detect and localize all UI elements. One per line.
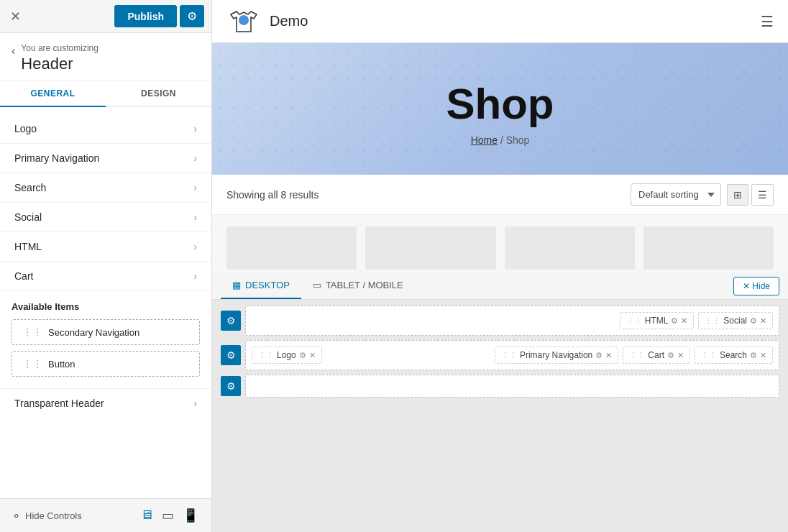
menu-item-search[interactable]: Search › (0, 173, 211, 203)
drag-handle-icon: ⋮⋮ (629, 351, 645, 360)
customizing-info: You are customizing Header (21, 43, 98, 73)
draggable-button[interactable]: ⋮⋮ Button (12, 351, 200, 377)
primary-nav-section: ⋮⋮ Primary Navigation ⚙ ✕ (495, 347, 618, 364)
tab-desktop[interactable]: ▦ DESKTOP (221, 272, 301, 299)
search-remove-icon[interactable]: ✕ (760, 351, 766, 360)
back-arrow-icon[interactable]: ‹ (12, 45, 15, 58)
chevron-icon: › (193, 211, 197, 223)
social-section: ⋮⋮ Social ⚙ ✕ (698, 312, 773, 329)
breadcrumb: Home / Shop (226, 134, 774, 146)
chevron-icon: › (193, 123, 197, 134)
hide-controls-button[interactable]: ⚬ Hide Controls (12, 509, 82, 523)
row-settings-button[interactable]: ⚙ (221, 376, 241, 396)
tablet-icon[interactable]: ▭ (160, 506, 175, 525)
tab-tablet-mobile[interactable]: ▭ TABLET / MOBILE (301, 272, 415, 299)
drag-handle-icon: ⋮⋮ (701, 351, 717, 360)
chevron-icon: › (193, 152, 197, 164)
panel-footer: ⚬ Hide Controls 🖥 ▭ 📱 (0, 498, 211, 532)
desktop-tab-icon: ▦ (232, 280, 241, 290)
hide-button[interactable]: ✕ Hide (733, 277, 779, 295)
panel-tabs: GENERAL DESIGN (0, 81, 211, 107)
html-remove-icon[interactable]: ✕ (681, 316, 687, 326)
breadcrumb-home-link[interactable]: Home (471, 134, 498, 146)
row-content-2: ⋮⋮ Logo ⚙ ✕ ⋮⋮ Primary Navigation ⚙ ✕ (245, 340, 779, 370)
drag-handle-icon: ⋮⋮ (22, 326, 42, 338)
chevron-icon: › (193, 398, 197, 409)
row-settings-button[interactable]: ⚙ (221, 311, 241, 331)
view-toggle: ⊞ ☰ (727, 184, 774, 206)
publish-settings-button[interactable]: ⚙ (180, 5, 204, 27)
sort-select[interactable]: Default sorting (631, 183, 721, 206)
tablet-tab-icon: ▭ (313, 280, 321, 290)
available-items-title: Available Items (12, 301, 200, 312)
menu-item-logo[interactable]: Logo › (0, 114, 211, 144)
sort-area: Default sorting ⊞ ☰ (631, 183, 774, 206)
menu-item-primary-navigation[interactable]: Primary Navigation › (0, 144, 211, 173)
available-items-section: Available Items ⋮⋮ Secondary Navigation … (0, 291, 211, 388)
chevron-icon: › (193, 182, 197, 193)
breadcrumb-current: Shop (506, 134, 530, 146)
search-settings-icon[interactable]: ⚙ (750, 351, 757, 360)
site-logo-area: Demo (226, 4, 308, 39)
menu-item-cart[interactable]: Cart › (0, 262, 211, 291)
drag-handle-icon: ⋮⋮ (705, 316, 720, 326)
menu-item-html[interactable]: HTML › (0, 232, 211, 262)
product-placeholder (505, 226, 635, 270)
builder-rows: ⚙ ⋮⋮ HTML ⚙ ✕ ⋮⋮ Social ⚙ (212, 300, 788, 403)
row-settings-button[interactable]: ⚙ (221, 345, 241, 365)
customizing-label: You are customizing (21, 43, 98, 53)
site-title: Demo (270, 13, 308, 29)
preview-panel: Demo ☰ Shop Home / Shop Showing all 8 re… (212, 0, 788, 532)
logo-settings-icon[interactable]: ⚙ (299, 351, 306, 360)
html-settings-icon[interactable]: ⚙ (671, 316, 678, 326)
builder-row-3: ⚙ (221, 375, 779, 398)
shop-toolbar: Showing all 8 results Default sorting ⊞ … (212, 175, 788, 215)
close-button[interactable]: ✕ (7, 6, 24, 27)
cart-remove-icon[interactable]: ✕ (677, 351, 684, 360)
draggable-secondary-navigation[interactable]: ⋮⋮ Secondary Navigation (12, 319, 200, 345)
builder-row-1: ⚙ ⋮⋮ HTML ⚙ ✕ ⋮⋮ Social ⚙ (221, 306, 779, 336)
product-placeholder (226, 226, 357, 270)
drag-handle-icon: ⋮⋮ (258, 351, 274, 360)
desktop-icon[interactable]: 🖥 (139, 506, 155, 525)
section-title: Header (21, 55, 98, 73)
cart-section: ⋮⋮ Cart ⚙ ✕ (623, 347, 690, 364)
mobile-icon[interactable]: 📱 (181, 506, 200, 525)
grid-view-button[interactable]: ⊞ (727, 184, 748, 206)
publish-button[interactable]: Publish (114, 5, 177, 27)
primary-nav-remove-icon[interactable]: ✕ (605, 351, 612, 360)
drag-handle-icon: ⋮⋮ (626, 316, 642, 326)
row-right-1: ⋮⋮ HTML ⚙ ✕ ⋮⋮ Social ⚙ ✕ (620, 312, 773, 329)
menu-item-transparent-header[interactable]: Transparent Header › (0, 388, 211, 418)
menu-item-social[interactable]: Social › (0, 203, 211, 232)
social-remove-icon[interactable]: ✕ (760, 316, 766, 326)
product-placeholder (643, 226, 774, 270)
social-settings-icon[interactable]: ⚙ (750, 316, 757, 326)
product-grid (212, 215, 788, 272)
chevron-icon: › (193, 241, 197, 252)
chevron-icon: › (193, 270, 197, 282)
builder-tabs-row: ▦ DESKTOP ▭ TABLET / MOBILE ✕ Hide (212, 272, 788, 300)
drag-handle-icon: ⋮⋮ (501, 351, 517, 360)
cart-settings-icon[interactable]: ⚙ (667, 351, 674, 360)
primary-nav-settings-icon[interactable]: ⚙ (595, 351, 603, 360)
device-switcher: 🖥 ▭ 📱 (139, 506, 200, 525)
hamburger-icon[interactable]: ☰ (761, 13, 774, 30)
logo-section: ⋮⋮ Logo ⚙ ✕ (252, 347, 322, 364)
tshirt-logo-icon (226, 4, 261, 39)
row-content-1: ⋮⋮ HTML ⚙ ✕ ⋮⋮ Social ⚙ ✕ (245, 306, 779, 336)
shop-hero: Shop Home / Shop (212, 43, 788, 175)
header-builder: ▦ DESKTOP ▭ TABLET / MOBILE ✕ Hide ⚙ (212, 272, 788, 532)
tab-general[interactable]: GENERAL (0, 81, 106, 107)
site-header: Demo ☰ (212, 0, 788, 43)
shop-page-title: Shop (226, 79, 774, 129)
list-view-button[interactable]: ☰ (751, 184, 774, 206)
customizer-panel: ✕ Publish ⚙ ‹ You are customizing Header… (0, 0, 212, 532)
logo-remove-icon[interactable]: ✕ (309, 351, 316, 360)
tab-design[interactable]: DESIGN (106, 81, 211, 106)
results-count: Showing all 8 results (226, 189, 319, 201)
search-section: ⋮⋮ Search ⚙ ✕ (695, 347, 773, 364)
publish-area: Publish ⚙ (114, 5, 204, 27)
row-right-2: ⋮⋮ Primary Navigation ⚙ ✕ ⋮⋮ Cart ⚙ ✕ (495, 347, 773, 364)
html-section: ⋮⋮ HTML ⚙ ✕ (620, 312, 695, 329)
